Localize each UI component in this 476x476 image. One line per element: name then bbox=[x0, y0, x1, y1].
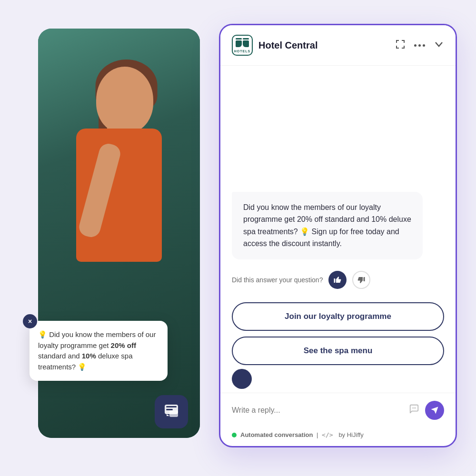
action-buttons: Join our loyalty programme See the spa m… bbox=[220, 302, 456, 365]
chat-body: Did you know the members of our loyalty … bbox=[220, 66, 456, 300]
svg-rect-2 bbox=[166, 409, 173, 410]
feedback-row: Did this answer your question? bbox=[232, 271, 444, 289]
join-loyalty-button[interactable]: Join our loyalty programme bbox=[232, 302, 444, 331]
chat-reply-input[interactable] bbox=[232, 406, 403, 415]
thumbs-up-button[interactable] bbox=[328, 271, 347, 289]
message-text: Did you know the members of our loyalty … bbox=[243, 201, 411, 250]
logo-subtext: HOTELS bbox=[234, 50, 250, 53]
thumbs-down-button[interactable] bbox=[352, 271, 370, 289]
notification-popup: × 💡 Did you know the members of our loya… bbox=[30, 321, 168, 381]
svg-rect-3 bbox=[169, 410, 178, 417]
notification-close-button[interactable]: × bbox=[23, 314, 37, 328]
chat-fab-button[interactable] bbox=[155, 395, 188, 428]
see-spa-menu-button[interactable]: See the spa menu bbox=[232, 337, 444, 365]
status-indicator bbox=[232, 433, 237, 437]
chat-input-area bbox=[220, 393, 456, 427]
expand-icon[interactable] bbox=[395, 39, 406, 52]
attachment-icon[interactable] bbox=[409, 404, 419, 417]
footer-code: </> bbox=[322, 431, 337, 438]
chat-footer: Automated conversation | </> by HiJiffy bbox=[220, 427, 456, 446]
chevron-down-icon[interactable] bbox=[434, 39, 444, 52]
hotel-logo: HOTELS bbox=[232, 35, 253, 56]
chat-fab-icon bbox=[163, 402, 180, 422]
notification-text: 💡 Did you know the members of our loyalt… bbox=[38, 329, 159, 372]
send-button[interactable] bbox=[425, 401, 444, 420]
svg-rect-1 bbox=[166, 406, 177, 407]
indicator-dot bbox=[232, 369, 252, 389]
chat-widget: HOTELS Hotel Central bbox=[219, 24, 457, 447]
feedback-label: Did this answer your question? bbox=[232, 276, 323, 284]
header-actions bbox=[395, 39, 444, 52]
message-bubble: Did you know the members of our loyalty … bbox=[232, 192, 423, 259]
hotel-name: Hotel Central bbox=[258, 40, 395, 51]
chat-header: HOTELS Hotel Central bbox=[220, 25, 456, 66]
scene: × 💡 Did you know the members of our loya… bbox=[0, 0, 476, 476]
header-dots[interactable] bbox=[414, 44, 425, 47]
footer-status-text: Automated conversation | </> by HiJiffy bbox=[240, 431, 364, 438]
